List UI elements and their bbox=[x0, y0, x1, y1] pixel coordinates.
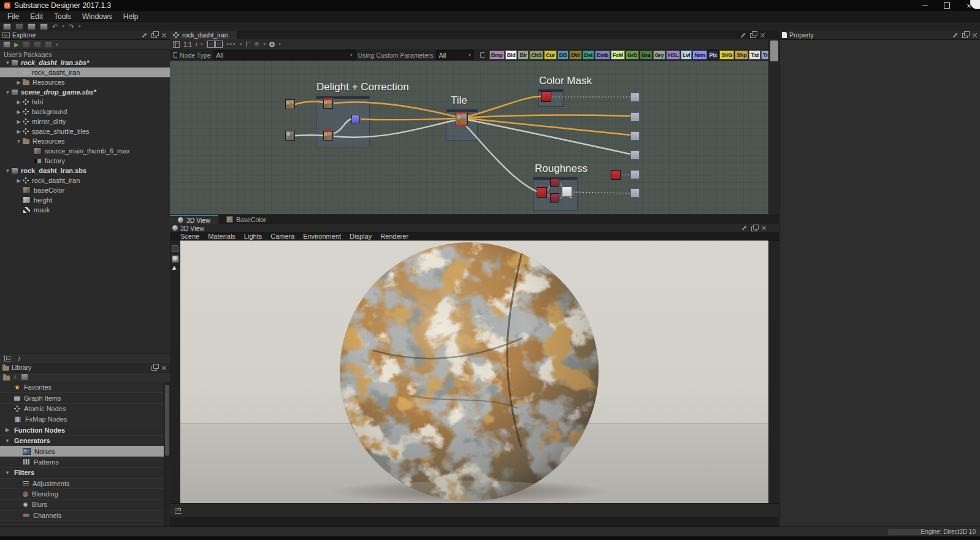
node-delight-gray[interactable] bbox=[323, 130, 333, 141]
view-menu-scene[interactable]: Scene bbox=[176, 233, 204, 240]
chip-hsl[interactable]: HSL bbox=[666, 50, 680, 60]
display-mode-group[interactable] bbox=[207, 40, 223, 48]
pin-icon[interactable] bbox=[740, 33, 746, 38]
view-menu-lights[interactable]: Lights bbox=[240, 233, 266, 240]
tab-basecolor[interactable]: BaseColor bbox=[218, 215, 274, 224]
tool-icon[interactable] bbox=[23, 41, 30, 48]
graph-scrollbar[interactable] bbox=[768, 39, 779, 214]
output-node-6[interactable] bbox=[630, 188, 640, 198]
toolbar-caret[interactable]: ▾ bbox=[56, 42, 58, 47]
pin-icon[interactable] bbox=[142, 33, 147, 38]
edit-icon[interactable] bbox=[21, 374, 28, 380]
tab-rock-dasht-iran[interactable]: rock_dasht_iran bbox=[170, 31, 237, 39]
tree-item-rock-dasht-iran[interactable]: ▶ rock_dasht_iran bbox=[0, 68, 170, 77]
scrollbar-thumb[interactable] bbox=[770, 40, 778, 61]
expander-icon[interactable]: ▼ bbox=[15, 139, 23, 144]
view-menu-environment[interactable]: Environment bbox=[299, 233, 345, 240]
node-roughness-sub-1[interactable] bbox=[550, 178, 559, 187]
chip-dst[interactable]: Dst bbox=[583, 50, 595, 60]
camera-sphere-icon[interactable] bbox=[172, 255, 179, 263]
custom-params-select[interactable]: All▾ bbox=[436, 50, 474, 60]
float-icon[interactable] bbox=[151, 33, 157, 38]
maximize-button[interactable] bbox=[936, 0, 958, 11]
undo-icon[interactable]: ↶ bbox=[52, 23, 58, 29]
new-package-icon[interactable] bbox=[3, 23, 11, 30]
library-item-graph-items[interactable]: Graph Items bbox=[0, 393, 164, 403]
expander-icon[interactable]: ▶ bbox=[15, 99, 23, 105]
expander-icon[interactable]: ▼ bbox=[4, 438, 10, 444]
chip-blr[interactable]: Blr bbox=[518, 50, 529, 60]
cursor-arrow-icon[interactable] bbox=[172, 266, 178, 272]
import-icon[interactable] bbox=[40, 23, 48, 30]
output-node-5[interactable] bbox=[630, 170, 640, 179]
redo-icon[interactable]: ↷ bbox=[69, 23, 74, 29]
chip-gra[interactable]: Gra bbox=[640, 50, 653, 60]
library-item-favorites[interactable]: Favorites bbox=[0, 382, 164, 393]
more-options-icon[interactable]: ••• bbox=[227, 41, 236, 47]
tree-item-space-shuttle-tiles[interactable]: ▶ space_shuttle_tiles bbox=[0, 126, 170, 136]
tree-item-rock-dasht-iran-sbs[interactable]: ▼ rock_dasht_iran.sbs* bbox=[0, 58, 170, 68]
graph-tree-icon[interactable] bbox=[4, 355, 11, 361]
undo-caret[interactable]: ▾ bbox=[62, 24, 64, 29]
expander-icon[interactable]: ▼ bbox=[4, 470, 10, 476]
tree-item-background[interactable]: ▶ background bbox=[0, 107, 170, 117]
caret-icon[interactable]: ▾ bbox=[240, 42, 242, 47]
chip-bmp[interactable]: Bmp bbox=[489, 50, 505, 60]
node-input-gray[interactable] bbox=[285, 131, 295, 141]
link-icon[interactable] bbox=[173, 52, 177, 58]
expander-icon[interactable]: ▶ bbox=[15, 119, 23, 125]
tree-item-resources[interactable]: ▶ Resources bbox=[0, 77, 170, 87]
tree-item-rock-dasht-iran-sbs[interactable]: ▼ rock_dasht_iran.sbs bbox=[0, 166, 170, 176]
node-input-dirt[interactable] bbox=[285, 99, 295, 109]
pin-icon[interactable] bbox=[741, 225, 747, 231]
menu-windows[interactable]: Windows bbox=[77, 12, 118, 21]
library-item-noises[interactable]: Noises bbox=[0, 446, 164, 457]
menu-help[interactable]: Help bbox=[118, 12, 144, 21]
expander-icon[interactable]: ▶ bbox=[15, 178, 23, 183]
chip-txt[interactable]: Txt bbox=[749, 50, 760, 60]
float-icon[interactable] bbox=[750, 33, 756, 38]
tree-item-rock-dasht-iran[interactable]: ▶ rock_dasht_iran bbox=[0, 176, 170, 185]
tree-item-height[interactable]: height bbox=[0, 195, 170, 205]
output-node-3[interactable] bbox=[630, 131, 640, 141]
scrollbar-thumb[interactable] bbox=[165, 385, 169, 456]
tool-icon[interactable] bbox=[34, 41, 41, 48]
tree-item-source-main-thumb-6-max[interactable]: source_main_thumb_6_max bbox=[0, 146, 170, 156]
tree-item-resources[interactable]: ▼ Resources bbox=[0, 136, 170, 146]
chip-fxm[interactable]: FxM bbox=[611, 50, 625, 60]
expander-icon[interactable]: ▶ bbox=[4, 427, 10, 433]
output-node-4[interactable] bbox=[630, 150, 640, 160]
node-uniform-color[interactable] bbox=[611, 170, 621, 180]
close-icon[interactable] bbox=[760, 33, 765, 38]
library-item-function-nodes[interactable]: ▶ Function Nodes bbox=[0, 425, 164, 436]
info-icon[interactable]: i bbox=[196, 41, 197, 48]
node-delight-color[interactable] bbox=[323, 98, 333, 109]
menu-tools[interactable]: Tools bbox=[48, 12, 77, 21]
library-item-channels[interactable]: Channels bbox=[0, 511, 164, 521]
export-icon[interactable]: ▶ bbox=[14, 42, 19, 47]
expander-icon[interactable]: ▶ bbox=[15, 80, 23, 85]
expander-icon[interactable]: ▶ bbox=[15, 129, 23, 134]
output-node-2[interactable] bbox=[630, 112, 640, 122]
library-item-blurs[interactable]: Blurs bbox=[0, 500, 164, 510]
folder-icon[interactable] bbox=[3, 376, 10, 380]
chip-bld[interactable]: Bld bbox=[505, 50, 518, 60]
fit-view-icon[interactable] bbox=[173, 41, 180, 48]
library-item-adjustments[interactable]: Adjustments bbox=[0, 479, 164, 489]
menu-file[interactable]: File bbox=[2, 12, 25, 21]
chip-cur[interactable]: Cur bbox=[544, 50, 557, 60]
graph-canvas[interactable]: Delight + Correction Tile Color Mask Rou… bbox=[170, 61, 768, 214]
caret-icon[interactable]: ▾ bbox=[201, 42, 203, 47]
add-icon[interactable]: + bbox=[13, 374, 17, 380]
output-node-1[interactable] bbox=[630, 93, 640, 102]
tool-icon[interactable] bbox=[45, 41, 52, 48]
close-icon[interactable] bbox=[161, 33, 167, 38]
link-icon[interactable] bbox=[480, 52, 484, 58]
chip-dw[interactable]: DW bbox=[569, 50, 581, 60]
caret-icon[interactable]: ▾ bbox=[264, 42, 266, 47]
menu-edit[interactable]: Edit bbox=[25, 12, 48, 21]
chip-svg[interactable]: SVG bbox=[719, 50, 734, 60]
tree-item-factory[interactable]: factory bbox=[0, 156, 170, 166]
info-icon[interactable]: i bbox=[18, 355, 20, 362]
node-roughness-source[interactable] bbox=[537, 187, 547, 198]
